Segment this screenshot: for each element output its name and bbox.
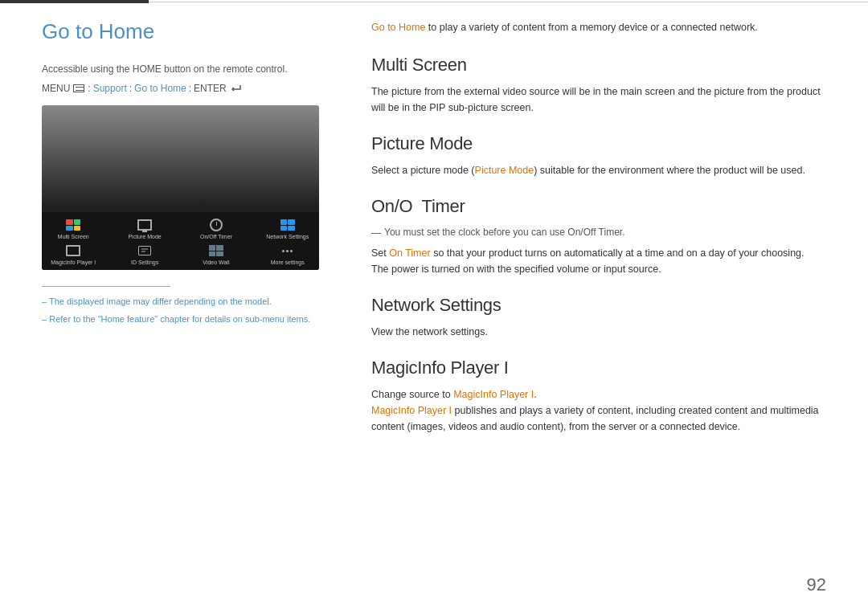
picture-mode-suffix: ) suitable for the environment where the… [534, 165, 805, 176]
section-picture-mode: Picture Mode Select a picture mode (Pict… [371, 133, 826, 178]
timer-body-suffix: so that your product turns on automatica… [431, 247, 805, 259]
section-multi-screen: Multi Screen The picture from the extern… [371, 55, 826, 116]
menu-item-magicinfo: MagicInfo Player I [50, 244, 97, 265]
menu-item-multiscreen: Multi Screen [50, 219, 97, 239]
timer-label: On/Off Timer [200, 234, 232, 239]
menu-item-more: More settings [264, 244, 311, 265]
magicinfo-link-1: MagicInfo Player I [453, 389, 534, 400]
multiscreen-label: Multi Screen [58, 234, 89, 239]
id-label: ID Settings [131, 260, 158, 265]
menu-item-id: ID Settings [121, 244, 169, 265]
section-on-off-timer: On/O Timer ― You must set the clock befo… [371, 196, 826, 277]
on-off-timer-link: On/Off Timer [567, 227, 622, 238]
note-line-timer: ― You must set the clock before you can … [371, 225, 826, 240]
more-label: More settings [271, 260, 305, 265]
section-title-on-off-timer: On/O Timer [371, 196, 826, 217]
section-body-network: View the network settings. [371, 324, 826, 340]
menu-sep3: : [189, 83, 191, 94]
intro-rest: to play a variety of content from a memo… [425, 22, 757, 33]
screen-menu-row-2: MagicInfo Player I ID Settings [50, 244, 311, 265]
enter-icon [231, 84, 242, 93]
menu-sep1: : [88, 83, 90, 94]
videowall-icon [207, 244, 225, 257]
right-column: Go to Home to play a variety of content … [355, 19, 826, 452]
intro-link: Go to Home [371, 22, 425, 33]
section-title-magicinfo: MagicInfo Player I [371, 358, 826, 378]
magicinfo-suffix: . [534, 389, 536, 400]
screen-mockup: Multi Screen Picture Mode [42, 105, 319, 270]
screen-menu-row-1: Multi Screen Picture Mode [50, 219, 311, 239]
section-body-multi-screen: The picture from the external video sour… [371, 84, 826, 116]
magicinfo-label: MagicInfo Player I [51, 260, 96, 265]
timer-body-line2: The power is turned on with the specifie… [371, 264, 661, 275]
section-title-multi-screen: Multi Screen [371, 55, 826, 76]
on-timer-link: On Timer [389, 247, 430, 259]
section-title-network: Network Settings [371, 295, 826, 316]
menu-item-picturemode: Picture Mode [121, 219, 169, 239]
section-body-picture-mode: Select a picture mode (Picture Mode) sui… [371, 162, 826, 178]
magicinfo-icon [64, 244, 82, 257]
menu-item-network: Network Settings [264, 219, 311, 239]
section-title-picture-mode: Picture Mode [371, 133, 826, 154]
more-icon [279, 244, 297, 257]
menu-item-videowall: Video Wall [193, 244, 240, 265]
menu-item-timer: On/Off Timer [193, 219, 240, 239]
footnote-2: Refer to the "Home feature" chapter for … [42, 313, 323, 326]
section-body-on-off-timer: Set On Timer so that your product turns … [371, 245, 826, 277]
magicinfo-prefix: Change source to [371, 389, 453, 400]
section-network-settings: Network Settings View the network settin… [371, 295, 826, 340]
left-column: Go to Home Accessible using the HOME but… [42, 19, 355, 452]
goto-home-link: Go to Home [134, 83, 186, 94]
videowall-label: Video Wall [203, 260, 229, 265]
id-icon [136, 244, 154, 257]
svg-rect-0 [141, 247, 149, 254]
timer-body-prefix: Set [371, 247, 389, 259]
intro-text: Go to Home to play a variety of content … [371, 19, 826, 35]
picturemode-icon [136, 219, 154, 231]
note-text-timer: You must set the clock before you can us… [384, 225, 625, 239]
thin-line [149, 2, 868, 2]
picture-mode-link: Picture Mode [475, 165, 534, 176]
multiscreen-icon [64, 219, 82, 231]
enter-label: ENTER [194, 83, 227, 94]
picturemode-label: Picture Mode [128, 234, 161, 239]
section-body-magicinfo-1: Change source to MagicInfo Player I. [371, 386, 826, 403]
network-icon [279, 219, 297, 231]
magicinfo-link-2: MagicInfo Player I [371, 405, 452, 416]
content-wrapper: Go to Home Accessible using the HOME but… [0, 3, 868, 452]
menu-icon [73, 84, 84, 92]
screen-menu-bar: Multi Screen Picture Mode [42, 212, 319, 270]
timer-icon [207, 219, 225, 231]
accessible-text: Accessible using the HOME button on the … [42, 62, 323, 76]
network-label: Network Settings [266, 234, 309, 239]
page-number: 92 [807, 574, 826, 595]
note-dash: ― [371, 226, 381, 240]
support-link: Support [93, 83, 127, 94]
section-magicinfo: MagicInfo Player I Change source to Magi… [371, 358, 826, 435]
thick-line [0, 0, 149, 3]
footnote-1: The displayed image may differ depending… [42, 295, 323, 309]
page-container: Go to Home Accessible using the HOME but… [0, 0, 868, 613]
page-title: Go to Home [42, 19, 323, 44]
section-body-magicinfo-2: MagicInfo Player I publishes and plays a… [371, 403, 826, 435]
footnote-divider [42, 286, 170, 287]
menu-sep2: : [129, 83, 132, 94]
menu-label: MENU [42, 83, 70, 94]
menu-path: MENU : Support : Go to Home : ENTER [42, 83, 323, 94]
picture-mode-prefix: Select a picture mode ( [371, 165, 475, 176]
